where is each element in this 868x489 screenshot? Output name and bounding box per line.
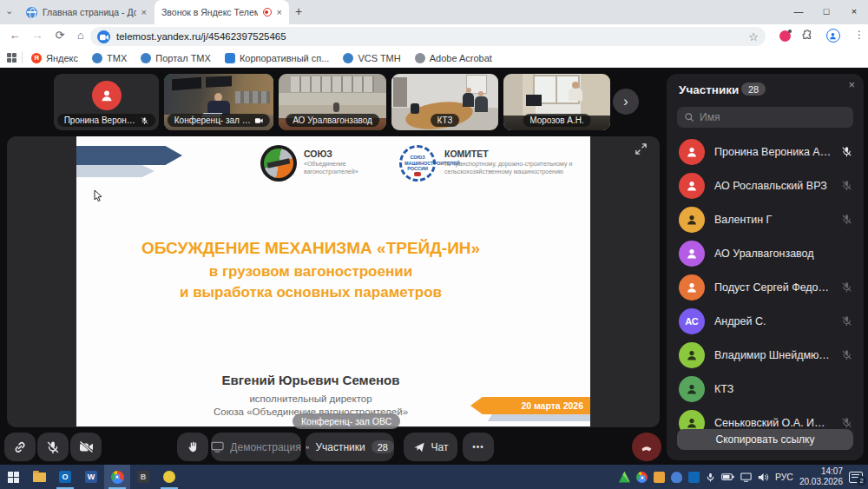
copy-link-button[interactable] bbox=[4, 433, 36, 461]
copy-link-button[interactable]: Скопировать ссылку bbox=[677, 429, 853, 450]
bookmark-label: VCS TMH bbox=[358, 53, 400, 63]
participant-label: Морозов А.Н. bbox=[529, 116, 584, 125]
video-thumbnail-morozov[interactable]: Морозов А.Н. bbox=[503, 74, 610, 130]
microphone-toggle-button[interactable] bbox=[37, 433, 69, 461]
panel-close-icon[interactable]: × bbox=[848, 78, 855, 91]
window-controls: — □ × bbox=[785, 0, 868, 23]
app-b-icon: B bbox=[137, 471, 149, 483]
bookmark-yandex[interactable]: Я Яндекс bbox=[31, 53, 78, 63]
next-thumbnails-button[interactable]: › bbox=[613, 89, 639, 115]
share-screen-label: Демонстрация bbox=[230, 441, 300, 453]
network-icon[interactable] bbox=[740, 472, 752, 482]
battery-icon[interactable] bbox=[721, 472, 734, 481]
participant-row[interactable]: АО Уралвагонзавод bbox=[679, 236, 852, 270]
reload-icon[interactable]: ⟳ bbox=[52, 29, 68, 42]
notification-center-icon[interactable]: 2 bbox=[849, 472, 863, 483]
word-button[interactable]: W bbox=[78, 465, 104, 489]
search-icon bbox=[684, 112, 694, 122]
lock-icon[interactable] bbox=[654, 472, 665, 483]
participant-search[interactable] bbox=[677, 107, 853, 128]
participant-row[interactable]: Владимир Шнейдмюллер bbox=[679, 338, 852, 372]
participant-row[interactable]: Подуст Сергей Федорович bbox=[679, 270, 852, 304]
apps-grid-icon[interactable] bbox=[7, 53, 16, 63]
divider bbox=[22, 52, 23, 63]
video-thumbnail-ktz[interactable]: КТЗ bbox=[391, 74, 498, 130]
mouse-cursor bbox=[94, 189, 103, 205]
camera-off-icon bbox=[79, 440, 94, 453]
video-thumbnail-uralvagonzavod[interactable]: АО Уралвагонзавод bbox=[279, 74, 386, 130]
file-explorer-button[interactable] bbox=[26, 465, 52, 489]
window-close-button[interactable]: × bbox=[840, 0, 868, 23]
language-indicator[interactable]: РУС bbox=[775, 472, 793, 482]
extensions-puzzle-icon[interactable] bbox=[800, 29, 813, 45]
new-tab-button[interactable]: + bbox=[295, 4, 302, 18]
bookmark-vcs-tmh[interactable]: VCS TMH bbox=[343, 53, 400, 63]
home-icon[interactable]: ⌂ bbox=[73, 29, 89, 42]
mic-off-icon bbox=[841, 281, 852, 293]
participants-button[interactable]: Участники 28 bbox=[306, 433, 394, 461]
sharepoint-icon bbox=[225, 53, 235, 63]
search-input[interactable] bbox=[700, 111, 830, 123]
video-thumbnail-pronina[interactable]: Пронина Вероника... bbox=[54, 74, 159, 130]
bookmark-star-icon[interactable]: ☆ bbox=[748, 30, 759, 43]
outlook-button[interactable]: O bbox=[52, 465, 78, 489]
outlook-tray-icon[interactable] bbox=[688, 472, 700, 483]
participant-row[interactable]: АО Рославльский ВРЗ bbox=[679, 169, 852, 202]
more-options-button[interactable]: ••• bbox=[463, 433, 494, 461]
microphone-tray-icon[interactable] bbox=[706, 472, 715, 483]
bookmark-adobe[interactable]: Adobe Acrobat bbox=[415, 53, 492, 63]
extension-icon[interactable] bbox=[779, 30, 791, 42]
raise-hand-button[interactable] bbox=[177, 433, 208, 461]
bookmark-portal-tmx[interactable]: Портал ТМХ bbox=[141, 53, 211, 63]
video-thumbnail-conference-ovs[interactable]: Конференц- зал ОВС bbox=[164, 74, 273, 130]
tab-close-icon[interactable]: × bbox=[277, 7, 282, 17]
mic-off-icon bbox=[46, 440, 60, 454]
antivirus-icon[interactable] bbox=[619, 472, 630, 483]
slide-title-line1: ОБСУЖДЕНИЕ МЕХАНИЗМА «ТРЕЙД-ИН» bbox=[102, 239, 519, 258]
bookmark-label: Яндекс bbox=[46, 53, 78, 63]
chat-button[interactable]: Чат bbox=[404, 433, 457, 461]
chrome-icon bbox=[111, 471, 124, 484]
tab-title: Звонок в Яндекс Телемос bbox=[161, 7, 258, 17]
window-minimize-button[interactable]: — bbox=[785, 0, 812, 23]
share-screen-button[interactable]: Демонстрация bbox=[211, 433, 301, 461]
tab-close-icon[interactable]: × bbox=[141, 7, 147, 17]
participant-label: Конференц- зал ОВС bbox=[174, 116, 252, 125]
forward-icon[interactable]: → bbox=[30, 29, 45, 42]
mic-off-icon bbox=[841, 315, 852, 327]
bookmark-corporate[interactable]: Корпоративный сп... bbox=[225, 53, 330, 63]
avatar bbox=[679, 139, 705, 165]
globe-icon bbox=[141, 53, 151, 63]
url-text[interactable]: telemost.yandex.ru/j/45462397525465 bbox=[116, 31, 742, 42]
window-maximize-button[interactable]: □ bbox=[812, 0, 840, 23]
app-b-button[interactable]: B bbox=[130, 465, 156, 489]
address-bar[interactable]: telemost.yandex.ru/j/45462397525465 ☆ bbox=[90, 27, 766, 46]
taskbar-clock[interactable]: 14:07 20.03.2026 bbox=[799, 466, 843, 488]
browser-menu-icon[interactable]: ⋮ bbox=[854, 29, 865, 41]
participant-row[interactable]: Пронина Вероника Алексее... bbox=[679, 135, 852, 169]
volume-icon[interactable] bbox=[758, 472, 769, 482]
bookmark-tmx[interactable]: ТМХ bbox=[92, 53, 127, 63]
participant-row[interactable]: Валентин Г bbox=[679, 202, 852, 236]
profile-avatar-icon[interactable] bbox=[826, 29, 840, 43]
end-call-button[interactable] bbox=[632, 433, 661, 461]
site-camera-icon[interactable] bbox=[97, 30, 110, 43]
chrome-button[interactable] bbox=[104, 465, 130, 489]
more-icon: ••• bbox=[472, 442, 484, 452]
cloud-icon[interactable] bbox=[671, 472, 682, 483]
participant-row[interactable]: КТЗ bbox=[679, 372, 852, 406]
chrome-tray-icon[interactable] bbox=[636, 472, 648, 483]
tab-search-chevron-icon[interactable]: ⌄ bbox=[5, 5, 13, 17]
mic-off-icon bbox=[141, 116, 149, 125]
camera-toggle-button[interactable] bbox=[70, 433, 102, 461]
yandex-icon: Я bbox=[31, 53, 42, 63]
tab-telemost[interactable]: Звонок в Яндекс Телемос × bbox=[155, 0, 289, 24]
tab-home[interactable]: Главная страница - Домашняя × bbox=[19, 0, 154, 24]
logo2-title: КОМИТЕТ bbox=[444, 149, 583, 159]
start-button[interactable] bbox=[0, 465, 26, 489]
telemost-app: Пронина Вероника... Конференц- зал ОВС А… bbox=[0, 68, 868, 465]
expand-fullscreen-icon[interactable] bbox=[635, 142, 648, 159]
back-icon[interactable]: ← bbox=[7, 29, 23, 42]
app-yellow-button[interactable] bbox=[156, 465, 182, 489]
participant-row[interactable]: АС Андрей С. bbox=[679, 304, 852, 338]
